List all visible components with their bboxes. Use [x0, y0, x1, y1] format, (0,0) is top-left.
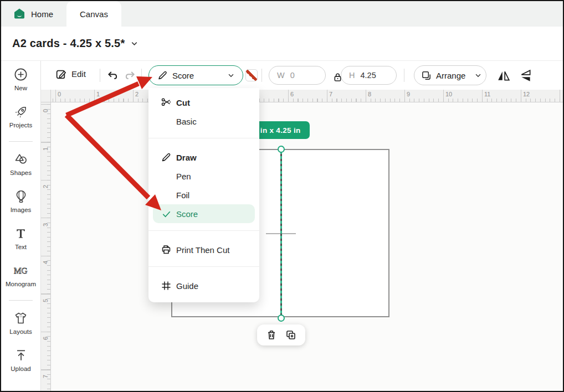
v-ruler-number: 5 [42, 297, 49, 305]
divider [404, 69, 404, 82]
score-line-bottom-handle[interactable] [278, 314, 285, 322]
arrange-dropdown[interactable]: Arrange [414, 65, 486, 85]
upload-icon [13, 348, 28, 363]
width-input[interactable]: W 0 [269, 66, 326, 85]
v-ruler-number: 1 [42, 145, 49, 153]
height-value: 4.25 [360, 71, 376, 80]
sidebar-item-images[interactable]: Images [1, 189, 40, 216]
v-ruler-number: 6 [42, 334, 49, 342]
check-icon [161, 208, 172, 219]
sidebar: NewProjectsShapesImagesTextMGMonogramLay… [1, 61, 41, 391]
toolbar: Edit Score W 0 [41, 61, 563, 90]
h-ruler-number: 1 [96, 91, 100, 97]
divider [262, 69, 262, 82]
redo-button[interactable] [124, 69, 136, 81]
score-line[interactable] [280, 149, 282, 318]
score-line-top-handle[interactable] [278, 146, 285, 153]
edit-label: Edit [71, 69, 86, 79]
sidebar-item-layouts[interactable]: Layouts [1, 311, 40, 338]
menu-item-label: Basic [176, 117, 197, 126]
v-ruler-number: 3 [42, 221, 49, 229]
h-ruler-number: 8 [368, 91, 371, 97]
sidebar-item-label: Monogram [6, 281, 36, 287]
pencil-icon [157, 70, 168, 81]
flip-vertical-button[interactable] [519, 69, 533, 82]
edit-icon [55, 68, 67, 80]
flip-horizontal-icon [497, 70, 510, 82]
menu-item-label: Print Then Cut [176, 245, 229, 255]
sidebar-divider [9, 141, 33, 142]
arrange-label: Arrange [436, 71, 465, 80]
h-ruler-number: 12 [523, 91, 530, 97]
duplicate-button[interactable] [285, 329, 296, 341]
v-ruler-number: 0 [42, 107, 49, 115]
menu-item-print-then-cut[interactable]: Print Then Cut [148, 240, 259, 259]
h-ruler-number: 7 [329, 91, 332, 97]
h-ruler-number: 6 [290, 91, 294, 97]
h-ruler-number: 2 [135, 91, 139, 97]
delete-button[interactable] [266, 329, 277, 341]
sidebar-item-projects[interactable]: Projects [1, 104, 40, 132]
edit-button[interactable]: Edit [55, 68, 86, 80]
menu-item-label: Pen [176, 172, 191, 181]
v-ruler-number: 7 [42, 373, 49, 380]
sidebar-item-label: New [14, 85, 27, 91]
flip-horizontal-button[interactable] [496, 69, 511, 82]
sidebar-item-label: Upload [11, 365, 30, 372]
color-swatch-none[interactable] [245, 69, 258, 81]
menu-item-guide[interactable]: Guide [148, 276, 259, 295]
h-ruler-number: 11 [484, 91, 490, 97]
canvas-area[interactable]: 0123456789101112 01234567 0 in x 4.25 in [41, 90, 563, 391]
height-input[interactable]: H 4.25 [341, 66, 397, 85]
tab-canvas[interactable]: Canvas [66, 1, 121, 27]
operation-value: Score [172, 71, 194, 80]
width-value: 0 [290, 71, 295, 80]
menu-item-label: Draw [176, 153, 197, 162]
header: A2 cards - 4.25 x 5.5* [1, 27, 563, 61]
tshirt-icon [13, 311, 28, 326]
tab-home-label: Home [31, 9, 53, 19]
guide-icon [161, 280, 172, 291]
h-ruler-number: 10 [445, 91, 452, 97]
menu-item-label: Cut [176, 98, 190, 107]
sidebar-item-upload[interactable]: Upload [1, 348, 40, 375]
menu-item-draw[interactable]: Draw [148, 148, 259, 167]
sidebar-item-label: Images [11, 207, 32, 213]
menu-item-label: Score [176, 209, 198, 219]
undo-icon [106, 69, 119, 81]
width-label: W [277, 71, 285, 80]
menu-item-score[interactable]: Score [153, 204, 255, 223]
sidebar-item-monogram[interactable]: MGMonogram [1, 263, 40, 291]
flip-vertical-icon [519, 70, 532, 82]
scissors-icon [161, 97, 172, 108]
rocket-icon [13, 104, 28, 119]
operation-dropdown[interactable]: Score [148, 65, 243, 85]
menu-item-basic[interactable]: Basic [148, 112, 259, 131]
undo-button[interactable] [106, 69, 119, 81]
printer-icon [161, 244, 172, 255]
v-ruler-number: 4 [42, 259, 49, 266]
sidebar-item-label: Projects [9, 122, 33, 128]
sidebar-item-shapes[interactable]: Shapes [1, 152, 40, 179]
vertical-ruler: 01234567 [41, 102, 51, 391]
title-chevron-down-icon[interactable] [130, 39, 139, 48]
pencil-icon [161, 152, 172, 163]
menu-divider [148, 230, 259, 231]
tab-home[interactable]: Home [1, 1, 66, 27]
menu-item-pen[interactable]: Pen [148, 167, 259, 185]
ruler-corner [41, 90, 51, 102]
sidebar-item-label: Text [15, 244, 27, 250]
project-title: A2 cards - 4.25 x 5.5* [12, 37, 125, 50]
menu-item-foil[interactable]: Foil [148, 185, 259, 204]
sidebar-divider [9, 300, 33, 301]
menu-item-label: Guide [176, 281, 198, 291]
menu-item-cut[interactable]: Cut [148, 93, 259, 112]
sidebar-item-new[interactable]: New [1, 67, 40, 95]
layers-icon [421, 70, 432, 81]
monogram-icon: MG [13, 263, 28, 278]
h-ruler-number: 0 [58, 91, 61, 97]
shapes-icon [13, 152, 28, 167]
horizontal-ruler: 0123456789101112 [51, 90, 563, 102]
menu-divider [148, 138, 259, 138]
sidebar-item-text[interactable]: Text [1, 226, 40, 254]
